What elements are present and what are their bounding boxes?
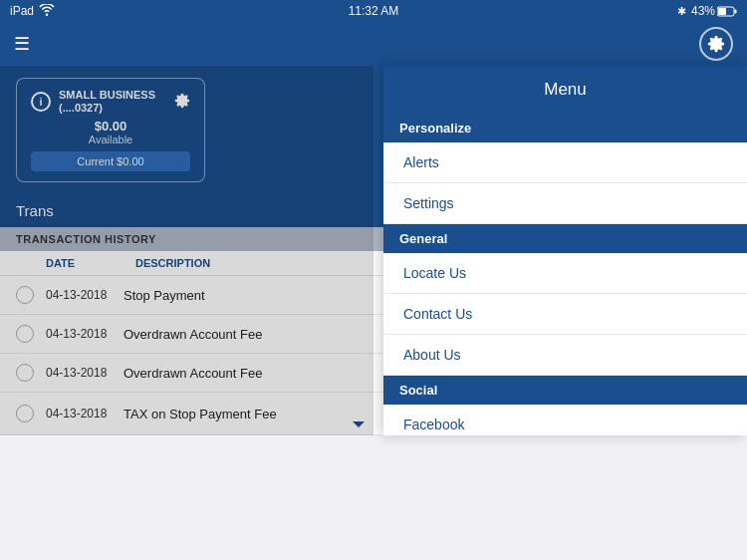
- menu-section-social: Social: [383, 376, 747, 405]
- wifi-icon: [39, 4, 55, 19]
- status-bar: iPad 11:32 AM ✱ 43%: [0, 0, 747, 22]
- menu-item-facebook[interactable]: Facebook: [383, 405, 747, 435]
- carrier-label: iPad: [10, 4, 34, 18]
- status-right: ✱ 43%: [677, 4, 737, 18]
- menu-item-locate-us[interactable]: Locate Us: [383, 253, 747, 294]
- menu-panel: Menu Personalize Alerts Settings General…: [383, 66, 747, 435]
- hamburger-menu-button[interactable]: ☰: [14, 33, 30, 55]
- status-time: 11:32 AM: [349, 4, 399, 18]
- menu-item-about-us[interactable]: About Us: [383, 335, 747, 376]
- menu-item-alerts[interactable]: Alerts: [383, 142, 747, 183]
- menu-item-settings[interactable]: Settings: [383, 183, 747, 224]
- settings-gear-button[interactable]: [699, 27, 733, 61]
- menu-title: Menu: [383, 66, 747, 114]
- menu-section-general: General: [383, 224, 747, 253]
- battery-indicator: 43%: [691, 4, 737, 18]
- top-nav: ☰: [0, 22, 747, 66]
- status-left: iPad: [10, 4, 55, 19]
- bluetooth-icon: ✱: [677, 5, 686, 18]
- menu-items-scroll[interactable]: Personalize Alerts Settings General Loca…: [383, 114, 747, 435]
- svg-rect-2: [718, 8, 726, 15]
- battery-label: 43%: [691, 4, 715, 18]
- main-content: i SMALL BUSINESS (....0327) $0.00 Availa…: [0, 66, 747, 435]
- svg-rect-1: [735, 9, 737, 13]
- menu-item-contact-us[interactable]: Contact Us: [383, 294, 747, 335]
- overlay-dim: [0, 66, 374, 435]
- menu-section-personalize: Personalize: [383, 114, 747, 142]
